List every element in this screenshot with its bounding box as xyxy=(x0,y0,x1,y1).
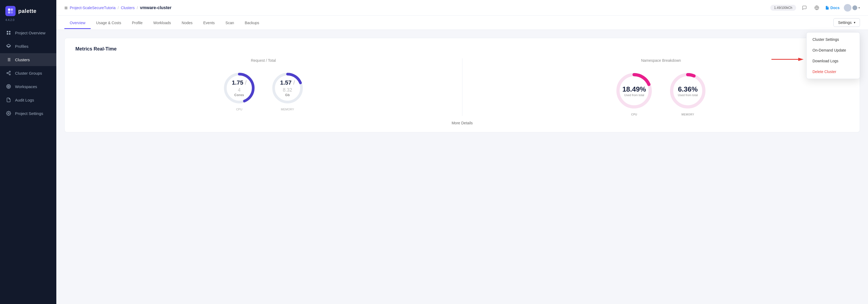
sidebar-item-workspaces[interactable]: Workspaces xyxy=(0,80,56,93)
svg-rect-1 xyxy=(11,8,13,11)
app-logo-icon xyxy=(5,6,16,16)
share-icon xyxy=(6,71,11,76)
memory-donut-wrapper: 1.57 / 8.32 Gb xyxy=(270,71,305,106)
topbar: ▦ Project-ScaleSecureTutoria / Clusters … xyxy=(56,0,868,16)
svg-rect-3 xyxy=(11,11,13,13)
sidebar-item-project-overview[interactable]: Project Overview xyxy=(0,26,56,39)
svg-rect-6 xyxy=(7,33,8,35)
dropdown-item-cluster-settings[interactable]: Cluster Settings xyxy=(807,34,860,45)
docs-button[interactable]: Docs xyxy=(825,6,840,10)
ns-memory-percent: 6.36% xyxy=(678,85,698,93)
memory-donut-center: 1.57 / 8.32 Gb xyxy=(279,79,296,97)
breadcrumb: ▦ Project-ScaleSecureTutoria / Clusters … xyxy=(64,5,765,10)
breadcrumb-sep1: / xyxy=(118,6,119,10)
cpu-donut-center: 1.75 / 4 Cores xyxy=(230,79,248,97)
ns-memory-center: 6.36% Used from total xyxy=(678,85,698,97)
svg-point-22 xyxy=(8,86,9,87)
sidebar-item-cluster-groups[interactable]: Cluster Groups xyxy=(0,66,56,80)
donut-group-request: 1.75 / 4 Cores CPU xyxy=(75,71,452,111)
memory-label: Gb xyxy=(279,93,296,97)
svg-line-18 xyxy=(8,73,9,74)
cpu-value: 1.75 / 4 xyxy=(230,79,248,93)
more-details-link[interactable]: More Details xyxy=(75,116,849,127)
dropdown-item-on-demand-update[interactable]: On-Demand Update xyxy=(807,45,860,56)
tab-nodes[interactable]: Nodes xyxy=(176,17,198,29)
sidebar-item-label: Profiles xyxy=(15,44,28,49)
app-name: palette xyxy=(18,8,36,14)
tab-events[interactable]: Events xyxy=(198,17,220,29)
svg-rect-7 xyxy=(9,33,10,35)
svg-marker-27 xyxy=(798,58,804,61)
metrics-title: Metrics Real-Time xyxy=(75,46,849,52)
dropdown-item-label: On-Demand Update xyxy=(812,48,846,52)
tab-backups[interactable]: Backups xyxy=(240,17,265,29)
dropdown-item-download-logs[interactable]: Download Logs xyxy=(807,56,860,66)
tab-overview[interactable]: Overview xyxy=(64,17,91,29)
dropdown-item-label: Download Logs xyxy=(812,59,838,63)
metrics-card: Metrics Real-Time Request / Total xyxy=(64,38,860,132)
svg-point-16 xyxy=(7,73,8,74)
ns-cpu-center: 18.49% Used from total xyxy=(622,85,646,97)
breadcrumb-current: vmware-cluster xyxy=(140,5,172,10)
svg-rect-0 xyxy=(8,8,10,11)
svg-point-15 xyxy=(9,71,10,73)
settings-dropdown: Cluster Settings On-Demand Update Downlo… xyxy=(806,32,860,79)
tabs-bar: Overview Usage & Costs Profile Workloads… xyxy=(64,17,833,29)
dropdown-item-delete-cluster[interactable]: Delete Cluster xyxy=(807,66,860,77)
sidebar-item-label: Project Settings xyxy=(15,111,43,116)
breadcrumb-clusters[interactable]: Clusters xyxy=(121,6,135,10)
svg-point-17 xyxy=(9,74,10,75)
sidebar-item-label: Clusters xyxy=(15,57,30,62)
request-total-section: Request / Total 1.7 xyxy=(75,58,462,116)
dropdown-item-label: Delete Cluster xyxy=(812,70,836,74)
breadcrumb-project[interactable]: Project-ScaleSecureTutoria xyxy=(70,6,116,10)
settings-button[interactable]: Settings ▾ xyxy=(833,18,860,27)
grid-icon xyxy=(6,30,11,35)
sidebar-nav: Project Overview Profiles Clusters Clust… xyxy=(0,26,56,304)
avatar-1 xyxy=(844,4,851,11)
cpu-label: Cores xyxy=(230,93,248,97)
tab-profile[interactable]: Profile xyxy=(127,17,148,29)
avatar-dropdown-icon[interactable]: ▾ xyxy=(858,6,860,10)
file-icon xyxy=(6,97,11,103)
app-version: 4.4.2.0 xyxy=(0,18,56,26)
avatar-2 xyxy=(852,5,857,10)
breadcrumb-sep2: / xyxy=(137,6,138,10)
sidebar-item-project-settings[interactable]: Project Settings xyxy=(0,107,56,120)
tab-workloads[interactable]: Workloads xyxy=(148,17,176,29)
main-content: ▦ Project-ScaleSecureTutoria / Clusters … xyxy=(56,0,868,304)
metrics-grid: Request / Total 1.7 xyxy=(75,58,849,116)
tab-usage-costs[interactable]: Usage & Costs xyxy=(91,17,126,29)
link-icon[interactable] xyxy=(813,4,821,12)
target-icon xyxy=(6,84,11,89)
ns-memory-used: Used from total xyxy=(678,93,698,97)
sidebar-item-clusters[interactable]: Clusters xyxy=(0,53,56,66)
svg-rect-5 xyxy=(9,31,10,32)
tab-scan[interactable]: Scan xyxy=(220,17,240,29)
ns-memory-donut-wrapper: 6.36% Used from total xyxy=(668,71,708,111)
chat-icon[interactable] xyxy=(800,4,808,12)
sidebar-item-label: Workspaces xyxy=(15,84,37,89)
sidebar-logo: palette xyxy=(0,0,56,18)
sidebar-item-profiles[interactable]: Profiles xyxy=(0,40,56,53)
svg-rect-4 xyxy=(7,31,8,32)
ns-memory-donut-item: 6.36% Used from total MEMORY xyxy=(668,71,708,116)
svg-point-23 xyxy=(8,113,9,114)
sidebar-item-label: Cluster Groups xyxy=(15,71,42,76)
dropdown-item-label: Cluster Settings xyxy=(812,37,839,42)
request-total-title: Request / Total xyxy=(75,58,452,62)
sidebar-item-audit-logs[interactable]: Audit Logs xyxy=(0,93,56,106)
donut-group-namespace: 18.49% Used from total CPU xyxy=(473,71,849,116)
ns-cpu-percent: 18.49% xyxy=(622,85,646,93)
settings-button-wrapper: Settings ▾ xyxy=(833,16,860,30)
sidebar-item-label: Audit Logs xyxy=(15,98,34,102)
memory-value: 1.57 / 8.32 xyxy=(279,79,296,93)
settings-label: Settings xyxy=(838,20,851,25)
ns-cpu-donut-item: 18.49% Used from total CPU xyxy=(614,71,654,116)
ns-cpu-donut-wrapper: 18.49% Used from total xyxy=(614,71,654,111)
namespace-breakdown-section: Namespace Breakdown 1 xyxy=(462,58,849,116)
ns-cpu-used: Used from total xyxy=(622,93,646,97)
credit-badge: 1.49/100kCh xyxy=(770,5,796,11)
svg-point-21 xyxy=(7,85,10,88)
list-icon xyxy=(6,57,11,62)
